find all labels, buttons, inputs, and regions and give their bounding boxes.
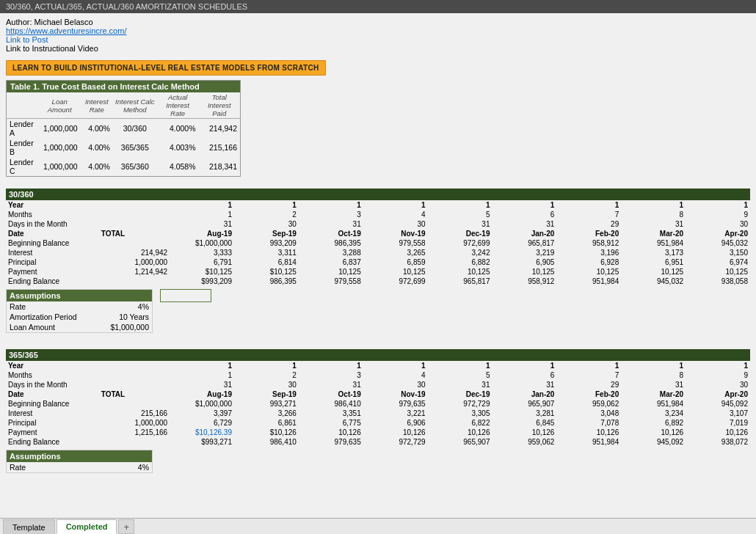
loan-label: Loan Amount	[7, 322, 97, 332]
assumption-rate-365365: Rate 4%	[7, 462, 152, 472]
tab-template[interactable]: Template	[3, 519, 55, 534]
year-3: 1	[299, 200, 363, 210]
lender-b-method: 365/365	[113, 138, 157, 157]
lender-a-actual: 4.000%	[157, 119, 199, 139]
amort-table-30360: Year 1 1 1 1 1 1 1 1 1 Months	[6, 200, 750, 286]
year-1: 1	[170, 200, 234, 210]
days-row-30360: Days in the Month 31 30 31 30 31 31 29 3…	[6, 219, 750, 229]
main-content: Author: Michael Belasco https://www.adve…	[0, 13, 756, 518]
rate-label: Rate	[7, 301, 97, 312]
rate-label-365: Rate	[7, 462, 89, 472]
lender-b-actual: 4.003%	[157, 138, 199, 157]
table1-col2: Interest Rate	[81, 92, 113, 119]
begin-row-30360: Beginning Balance $1,000,000 993,209 986…	[6, 238, 750, 248]
lender-a-name: Lender A	[7, 119, 39, 139]
days-row-365365: Days in the Month 31 30 31 30 31 31 29 3…	[6, 380, 750, 389]
days-label: Days in the Month	[6, 219, 99, 229]
assumptions-table-365365: Rate 4%	[7, 462, 152, 472]
promo-text[interactable]: LEARN TO BUILD INSTITUTIONAL-LEVEL REAL …	[6, 60, 326, 76]
lender-c-total: 218,341	[199, 157, 241, 177]
principal-row-365365: Principal 1,000,000 6,729 6,861 6,775 6,…	[6, 418, 750, 428]
year-2: 1	[234, 200, 299, 210]
section-30360: 30/360 Year 1 1 1 1 1 1 1 1 1	[6, 189, 750, 337]
lender-a-method: 30/360	[113, 119, 157, 139]
year-row-30360: Year 1 1 1 1 1 1 1 1 1	[6, 200, 750, 210]
lender-b-name: Lender B	[7, 138, 39, 157]
month-row-30360: Months 1 2 3 4 5 6 7 8 9	[6, 210, 750, 219]
assumption-loan-30360: Loan Amount $1,000,000	[7, 322, 152, 332]
lender-c-rate: 4.00%	[81, 157, 113, 177]
section-365365: 365/365 Year 1 1 1 1 1 1 1 1 1	[6, 349, 750, 473]
website-link[interactable]: https://www.adventuresincre.com/	[6, 26, 126, 35]
promo-banner[interactable]: LEARN TO BUILD INSTITUTIONAL-LEVEL REAL …	[6, 56, 750, 80]
post-link[interactable]: Link to Post	[6, 35, 48, 44]
year-6: 1	[492, 200, 556, 210]
principal-row-30360: Principal 1,000,000 6,791 6,814 6,837 6,…	[6, 257, 750, 267]
year-label: Year	[6, 200, 99, 210]
table1-col5: Total Interest Paid	[199, 92, 241, 119]
title-bar: 30/360, ACTUAL/365, ACTUAL/360 AMORTIZAT…	[0, 0, 756, 13]
empty-input-box-30360[interactable]	[160, 289, 211, 302]
author-name: Author: Michael Belasco	[6, 18, 750, 26]
assumptions-title-30360: Assumptions	[7, 290, 152, 301]
year-total	[99, 200, 170, 210]
ending-row-30360: Ending Balance $993,209 986,395 979,558 …	[6, 277, 750, 286]
ending-row-365365: Ending Balance $993,271 986,410 979,635 …	[6, 437, 750, 447]
table1: Table 1. True Cost Based on Interest Cal…	[6, 80, 241, 177]
year-5: 1	[428, 200, 493, 210]
section-30360-title: 30/360	[6, 189, 750, 200]
add-tab-icon[interactable]: +	[123, 522, 129, 533]
rate-value: 4%	[97, 301, 152, 312]
assumption-period-30360: Amortization Period 10 Years	[7, 312, 152, 322]
table1-col4: Actual Interest Rate	[157, 92, 199, 119]
lender-b-rate: 4.00%	[81, 138, 113, 157]
assumptions-table-30360: Rate 4% Amortization Period 10 Years Loa…	[7, 301, 152, 332]
lender-c-actual: 4.058%	[157, 157, 199, 177]
video-link: Link to Instructional Video	[6, 44, 98, 53]
payment-row-30360: Payment 1,214,942 $10,125 $10,125 10,125…	[6, 267, 750, 277]
lender-a-total: 214,942	[199, 119, 241, 139]
loan-value: $1,000,000	[97, 322, 152, 332]
lender-a-rate: 4.00%	[81, 119, 113, 139]
assumptions-box-365365: Assumptions Rate 4%	[6, 450, 153, 473]
date-row-365365: Date TOTAL Aug-19 Sep-19 Oct-19 Nov-19 D…	[6, 389, 750, 399]
year-9: 1	[686, 200, 750, 210]
lender-c-method: 365/360	[113, 157, 157, 177]
author-section: Author: Michael Belasco https://www.adve…	[6, 18, 750, 53]
table1-row-1: Lender B 1,000,000 4.00% 365/365 4.003% …	[7, 138, 241, 157]
assumptions-area-365365: Assumptions Rate 4%	[6, 450, 750, 473]
year-7: 1	[556, 200, 621, 210]
table1-row-2: Lender C 1,000,000 4.00% 365/360 4.058% …	[7, 157, 241, 177]
date-label: Date	[6, 229, 99, 238]
month-label: Months	[6, 210, 99, 219]
table1-col1: Loan Amount	[39, 92, 81, 119]
begin-row-365365: Beginning Balance $1,000,000 993,271 986…	[6, 399, 750, 409]
period-value: 10 Years	[97, 312, 152, 322]
table1-title: Table 1. True Cost Based on Interest Cal…	[7, 81, 241, 93]
interest-row-30360: Interest 214,942 3,333 3,311 3,288 3,265…	[6, 248, 750, 257]
lender-b-amount: 1,000,000	[39, 138, 81, 157]
tab-completed[interactable]: Completed	[57, 519, 117, 534]
table1-col3: Interest Calc Method	[113, 92, 157, 119]
payment-row-365365: Payment 1,215,166 $10,126.39 $10,126 10,…	[6, 428, 750, 437]
lender-a-amount: 1,000,000	[39, 119, 81, 139]
year-8: 1	[621, 200, 686, 210]
lender-c-amount: 1,000,000	[39, 157, 81, 177]
tab-template-label: Template	[12, 523, 46, 532]
rate-value-365: 4%	[89, 462, 152, 472]
title-text: 30/360, ACTUAL/365, ACTUAL/360 AMORTIZAT…	[6, 2, 247, 11]
section-365365-title: 365/365	[6, 349, 750, 361]
tab-completed-label: Completed	[66, 522, 108, 531]
tab-add-button[interactable]: +	[118, 519, 134, 534]
interest-row-365365: Interest 215,166 3,397 3,266 3,351 3,221…	[6, 409, 750, 418]
period-label: Amortization Period	[7, 312, 97, 322]
assumption-rate-30360: Rate 4%	[7, 301, 152, 312]
assumptions-area-30360: Assumptions Rate 4% Amortization Period …	[6, 289, 750, 337]
year-4: 1	[363, 200, 428, 210]
lender-b-total: 215,166	[199, 138, 241, 157]
assumptions-title-365365: Assumptions	[7, 450, 152, 462]
amort-table-365365: Year 1 1 1 1 1 1 1 1 1 Months	[6, 361, 750, 447]
date-row-30360: Date TOTAL Aug-19 Sep-19 Oct-19 Nov-19 D…	[6, 229, 750, 238]
lender-c-name: Lender C	[7, 157, 39, 177]
content-scroll[interactable]: Author: Michael Belasco https://www.adve…	[0, 13, 756, 518]
